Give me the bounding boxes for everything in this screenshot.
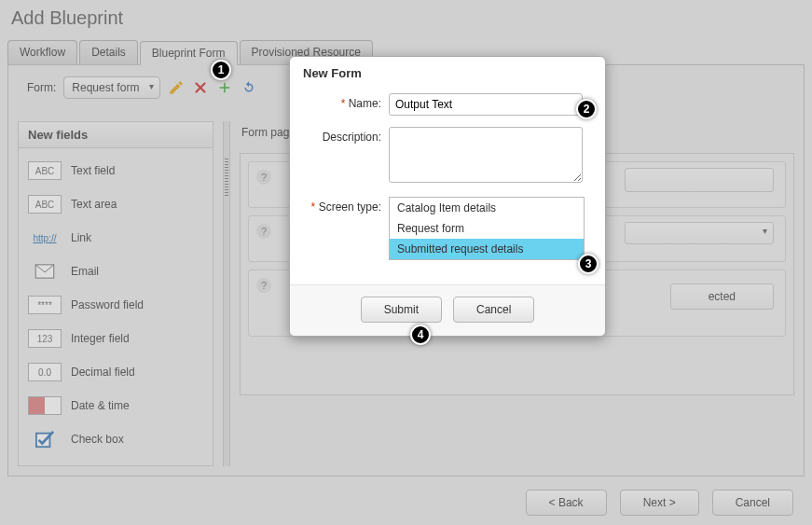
description-label: Description: [303, 127, 389, 144]
screen-type-list[interactable]: Catalog Item details Request form Submit… [389, 197, 585, 260]
callout-3: 3 [578, 254, 599, 274]
modal-title: New Form [290, 57, 605, 90]
callout-1: 1 [211, 60, 231, 80]
submit-button[interactable]: Submit [361, 297, 442, 323]
screen-option-request[interactable]: Request form [390, 218, 584, 239]
description-field[interactable] [389, 127, 583, 183]
callout-2: 2 [576, 99, 597, 119]
name-field[interactable] [389, 93, 583, 116]
screen-option-submitted[interactable]: Submitted request details [390, 239, 584, 259]
new-form-modal: New Form * Name: Description: * Screen t… [289, 56, 606, 337]
callout-4: 4 [410, 325, 431, 345]
screen-type-label: * Screen type: [303, 197, 389, 214]
modal-cancel-button[interactable]: Cancel [453, 297, 534, 323]
modal-footer: Submit Cancel [290, 284, 605, 336]
name-label: * Name: [303, 93, 389, 110]
screen-option-catalog[interactable]: Catalog Item details [390, 198, 584, 218]
